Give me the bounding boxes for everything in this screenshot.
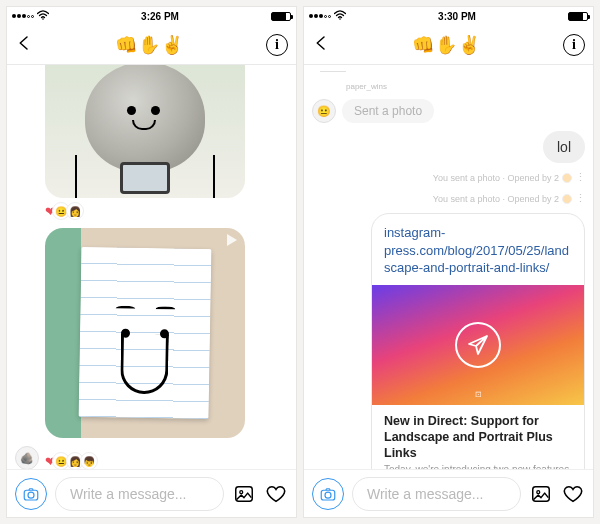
message-input[interactable]: Write a message... [352,477,521,511]
message-row: 😐 Sent a photo [312,99,585,123]
share-icon [455,322,501,368]
svg-point-2 [28,492,34,498]
chat-body[interactable]: paper_wins 😐 Sent a photo lol You sent a… [304,65,593,469]
viewer-avatar [562,173,572,183]
sender-avatar[interactable]: 🪨 [15,446,39,469]
link-headline: New in Direct: Support for Landscape and… [372,405,584,464]
signal-strength-icon [309,14,331,18]
input-placeholder: Write a message... [367,486,483,502]
message-input[interactable]: Write a message... [55,477,224,511]
sender-avatar[interactable] [320,71,346,72]
phone-right: 3:30 PM 👊✋✌️ i paper_wins 😐 Sent a photo… [303,6,594,518]
svg-point-4 [240,490,243,493]
wifi-icon [37,10,49,22]
svg-point-5 [339,18,341,20]
delivery-status: You sent a photo · Opened by 2 ⋮ [312,171,585,184]
battery-icon [568,12,588,21]
link-description: Today, we're introducing two new feature… [372,463,584,469]
like-button[interactable] [264,482,288,506]
status-time: 3:26 PM [141,11,179,22]
video-message[interactable] [45,228,245,438]
phone-left: 3:26 PM 👊✋✌️ i ❤ 😐 👩 [6,6,297,518]
message-row [15,71,288,198]
chat-title[interactable]: 👊✋✌️ [115,34,184,56]
paper-character-image [79,247,212,419]
svg-point-7 [325,492,331,498]
link-preview-image: ⊡ [372,285,584,405]
reactions-bar[interactable]: ❤ 😐 👩 [45,202,288,220]
reaction-avatar: 👩 [66,202,84,220]
status-bar: 3:30 PM [304,7,593,25]
back-button[interactable] [15,34,33,56]
svg-point-0 [42,18,44,20]
message-row [15,228,288,438]
sent-photo-label[interactable]: Sent a photo [342,99,434,123]
more-icon[interactable]: ⋮ [575,192,585,205]
nav-bar: 👊✋✌️ i [7,25,296,65]
reaction-avatar: 👦 [80,452,98,469]
svg-point-9 [537,490,540,493]
instagram-mark-icon: ⊡ [475,390,482,399]
status-bar: 3:26 PM [7,7,296,25]
wifi-icon [334,10,346,22]
gallery-button[interactable] [232,482,256,506]
composer-bar: Write a message... [7,469,296,517]
message-row-outgoing: instagram-press.com/blog/2017/05/25/land… [312,213,585,469]
chat-body[interactable]: ❤ 😐 👩 🪨 ❤ 😐 👩 👦 [7,65,296,469]
viewer-avatar [562,194,572,204]
camera-button[interactable] [312,478,344,510]
signal-strength-icon [12,14,34,18]
status-time: 3:30 PM [438,11,476,22]
link-url: instagram-press.com/blog/2017/05/25/land… [372,214,584,285]
back-button[interactable] [312,34,330,56]
svg-rect-8 [533,486,550,501]
info-button[interactable]: i [563,34,585,56]
gallery-button[interactable] [529,482,553,506]
camera-button[interactable] [15,478,47,510]
message-row-outgoing: lol [312,131,585,163]
sender-avatar[interactable]: 😐 [312,99,336,123]
info-button[interactable]: i [266,34,288,56]
reactions-bar[interactable]: ❤ 😐 👩 👦 [45,452,98,469]
photo-message[interactable] [45,65,245,198]
like-button[interactable] [561,482,585,506]
composer-bar: Write a message... [304,469,593,517]
message-row: 🪨 ❤ 😐 👩 👦 [15,446,288,469]
delivery-status: You sent a photo · Opened by 2 ⋮ [312,192,585,205]
svg-rect-3 [236,486,253,501]
sender-username: paper_wins [346,82,585,91]
link-preview-card[interactable]: instagram-press.com/blog/2017/05/25/land… [371,213,585,469]
battery-icon [271,12,291,21]
input-placeholder: Write a message... [70,486,186,502]
nav-bar: 👊✋✌️ i [304,25,593,65]
more-icon[interactable]: ⋮ [575,171,585,184]
chat-title[interactable]: 👊✋✌️ [412,34,481,56]
play-icon [227,234,237,246]
outgoing-message[interactable]: lol [543,131,585,163]
tablet-prop [120,162,170,194]
